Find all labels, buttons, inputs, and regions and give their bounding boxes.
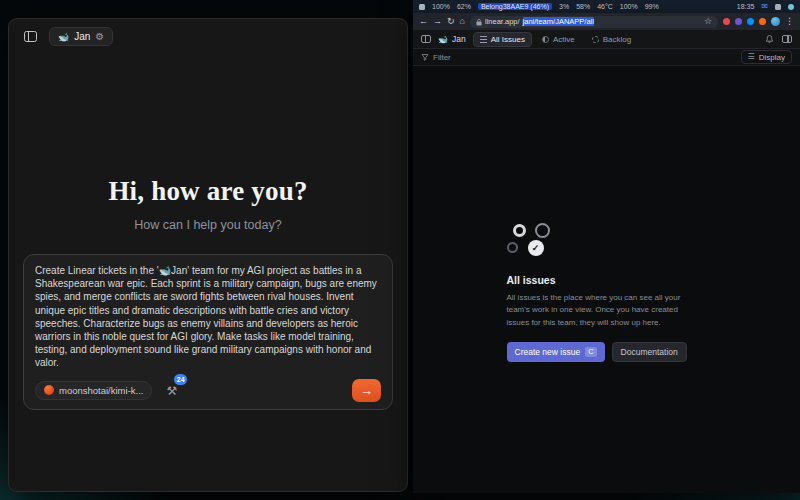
filter-button[interactable]: Filter bbox=[421, 53, 451, 62]
backlog-status-icon bbox=[592, 36, 599, 43]
browser-toolbar: ← → ↻ ⌂ linear.app/jani/team/JANAPP/all … bbox=[413, 13, 800, 30]
url-text: linear.app/ bbox=[485, 17, 520, 26]
empty-state-actions: Create new issue C Documentation bbox=[507, 342, 707, 362]
battery-percent: 100% bbox=[432, 3, 450, 10]
temperature-label: 46°C bbox=[597, 3, 613, 10]
tools-button[interactable]: ⚒ 24 bbox=[166, 381, 177, 399]
display-button[interactable]: ☰ Display bbox=[741, 50, 792, 64]
cpu-percent: 3% bbox=[559, 3, 569, 10]
funnel-icon bbox=[421, 53, 429, 61]
extension-icon-orange[interactable] bbox=[759, 18, 766, 25]
team-emoji: 🐋 bbox=[58, 32, 69, 42]
extension-icon-purple[interactable] bbox=[735, 18, 742, 25]
back-icon[interactable]: ← bbox=[419, 17, 428, 26]
extension-icon-blue[interactable] bbox=[747, 18, 754, 25]
all-issues-icon bbox=[480, 36, 487, 43]
shortcut-badge: C bbox=[585, 347, 596, 357]
wifi-network-label[interactable]: Belong38AAE9 (46%) bbox=[478, 3, 552, 10]
browser-menu-icon[interactable]: ⋮ bbox=[785, 17, 794, 26]
volume-percent: 62% bbox=[457, 3, 471, 10]
mail-icon[interactable]: ✉ bbox=[761, 2, 768, 11]
documentation-label: Documentation bbox=[621, 347, 678, 357]
gear-icon[interactable]: ⚙ bbox=[95, 31, 104, 42]
tray-shield-icon[interactable] bbox=[419, 4, 425, 10]
greeting-block: Hi, how are you? How can I help you toda… bbox=[9, 176, 407, 232]
extension-icon-red[interactable] bbox=[723, 18, 730, 25]
documentation-button[interactable]: Documentation bbox=[612, 342, 687, 362]
chat-input-toolbar: moonshotai/kimi-k... ⚒ 24 → bbox=[35, 379, 381, 402]
send-button[interactable]: → bbox=[352, 379, 381, 402]
lock-icon bbox=[476, 18, 482, 26]
chat-input-text[interactable]: Create Linear tickets in the '🐋Jan' team… bbox=[35, 264, 381, 370]
disk-percent: 99% bbox=[645, 3, 659, 10]
tab-all-issues-label: All Issues bbox=[491, 35, 525, 44]
tools-icon: ⚒ bbox=[166, 384, 177, 398]
chat-input-card[interactable]: Create Linear tickets in the '🐋Jan' team… bbox=[23, 254, 393, 410]
create-new-issue-button[interactable]: Create new issue C bbox=[507, 342, 605, 362]
linear-team-name: Jan bbox=[452, 34, 466, 44]
model-selector[interactable]: moonshotai/kimi-k... bbox=[35, 381, 152, 400]
check-glyph: ✓ bbox=[532, 243, 540, 253]
todo-circle-icon bbox=[513, 224, 526, 237]
empty-state: ✓ All issues All issues is the place whe… bbox=[507, 66, 707, 362]
tab-active[interactable]: Active bbox=[535, 32, 582, 47]
filter-label: Filter bbox=[433, 53, 451, 62]
jan-titlebar: 🐋 Jan ⚙ bbox=[9, 19, 407, 54]
display-icon: ☰ bbox=[748, 53, 755, 61]
greeting-subtitle: How can I help you today? bbox=[9, 218, 407, 232]
empty-state-title: All issues bbox=[507, 274, 707, 286]
team-name-label: Jan bbox=[74, 31, 90, 42]
profile-avatar[interactable] bbox=[771, 17, 780, 26]
tab-backlog[interactable]: Backlog bbox=[585, 32, 638, 47]
clock: 18:35 bbox=[737, 3, 755, 10]
system-status-bar: 100% 62% Belong38AAE9 (46%) 3% 58% 46°C … bbox=[413, 0, 800, 13]
forward-icon[interactable]: → bbox=[433, 17, 442, 26]
address-bar[interactable]: linear.app/jani/team/JANAPP/all ☆ bbox=[470, 16, 718, 28]
url-selected-text: jani/team/JANAPP/all bbox=[523, 17, 594, 26]
linear-view-tabs: All Issues Active Backlog bbox=[473, 32, 639, 47]
display-label: Display bbox=[759, 53, 785, 62]
tray-messenger-icon[interactable] bbox=[788, 4, 794, 10]
tab-backlog-label: Backlog bbox=[603, 35, 631, 44]
model-provider-icon bbox=[44, 385, 54, 395]
sidebar-toggle-glyph bbox=[24, 31, 37, 42]
create-new-issue-label: Create new issue bbox=[515, 347, 581, 357]
linear-content: ✓ All issues All issues is the place whe… bbox=[413, 66, 800, 493]
linear-team-emoji: 🐋 bbox=[438, 35, 448, 44]
tab-all-issues[interactable]: All Issues bbox=[473, 32, 532, 47]
jan-app-window: 🐋 Jan ⚙ Hi, how are you? How can I help … bbox=[8, 18, 408, 492]
refresh-icon[interactable]: ↻ bbox=[447, 17, 455, 26]
assistant-selector[interactable]: 🐋 Jan ⚙ bbox=[49, 27, 113, 46]
model-name-label: moonshotai/kimi-k... bbox=[59, 385, 143, 396]
browser-window: ← → ↻ ⌂ linear.app/jani/team/JANAPP/all … bbox=[413, 13, 800, 493]
linear-team-breadcrumb[interactable]: 🐋 Jan bbox=[438, 34, 466, 44]
linear-header-right bbox=[765, 35, 792, 44]
battery2-percent: 100% bbox=[620, 3, 638, 10]
bell-icon[interactable] bbox=[765, 35, 774, 44]
in-progress-circle-icon bbox=[535, 223, 550, 238]
sidebar-toggle-icon[interactable] bbox=[20, 28, 40, 46]
desktop: 🐋 Jan ⚙ Hi, how are you? How can I help … bbox=[0, 0, 800, 500]
tray-app-icon[interactable] bbox=[775, 4, 781, 10]
tab-active-label: Active bbox=[553, 35, 575, 44]
empty-state-description: All issues is the place where you can se… bbox=[507, 292, 692, 329]
right-panel-toggle-icon[interactable] bbox=[782, 35, 792, 43]
home-icon[interactable]: ⌂ bbox=[460, 17, 465, 26]
linear-sidebar-toggle-icon[interactable] bbox=[421, 35, 431, 43]
backlog-circle-icon bbox=[507, 242, 518, 253]
tools-count-badge: 24 bbox=[174, 374, 187, 385]
memory-percent: 58% bbox=[576, 3, 590, 10]
linear-filter-bar: Filter ☰ Display bbox=[413, 49, 800, 66]
greeting-title: Hi, how are you? bbox=[9, 176, 407, 207]
done-check-icon: ✓ bbox=[528, 240, 544, 256]
active-status-icon bbox=[542, 36, 549, 43]
bookmark-star-icon[interactable]: ☆ bbox=[704, 17, 712, 26]
linear-header: 🐋 Jan All Issues Active Backlog bbox=[413, 30, 800, 49]
send-arrow-icon: → bbox=[360, 383, 373, 398]
issue-status-illustration: ✓ bbox=[507, 224, 565, 260]
